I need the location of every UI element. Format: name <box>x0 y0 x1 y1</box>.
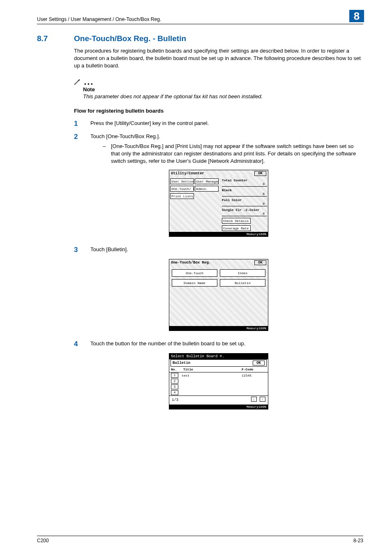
table-row[interactable]: 2 <box>169 378 268 384</box>
row-num[interactable]: 3 <box>171 384 178 389</box>
btn-check-details[interactable]: Check Details <box>222 218 251 224</box>
step-text: Touch [One-Touch/Box Reg.]. <box>90 133 363 140</box>
screen-title: Select Bulletin Board #. <box>169 354 268 359</box>
note-label: Note <box>83 86 363 92</box>
table-row[interactable]: 4 <box>169 390 268 395</box>
btn-one-touch[interactable]: One-Touch <box>172 269 217 277</box>
sub-title: Bulletin <box>173 361 190 365</box>
section-title: One-Touch/Box Reg. - Bulletin <box>74 34 186 43</box>
btn-admin[interactable]: Admin. <box>195 186 219 192</box>
memory-status: Memory100% <box>169 232 268 236</box>
row-fcode: 12345 <box>242 374 266 377</box>
arrow-up-icon[interactable]: ↑ <box>260 397 265 402</box>
step-number: 3 <box>70 246 90 254</box>
screen-title: Utility/Counter <box>171 171 204 176</box>
step-number: 4 <box>70 340 90 348</box>
arrow-down-icon[interactable]: ↓ <box>251 397 257 402</box>
page-indicator: 1/3 <box>172 398 178 402</box>
btn-domain-name[interactable]: Domain Name <box>172 279 217 287</box>
btn-coverage-rate[interactable]: Coverage Rate <box>222 225 251 231</box>
ok-button[interactable]: OK <box>253 361 265 365</box>
intro-paragraph: The procedures for registering bulletin … <box>74 47 363 70</box>
total-counter-label: Total Counter <box>222 178 267 182</box>
full-color-label: Full Color <box>222 198 267 202</box>
btn-index[interactable]: Index <box>220 269 265 277</box>
row-num[interactable]: 4 <box>171 390 178 395</box>
ok-button[interactable]: OK <box>254 171 266 176</box>
screen-utility-counter: Utility/Counter OK User Settings User Ma… <box>169 170 268 237</box>
section-number: 8.7 <box>37 34 74 43</box>
col-no: No. <box>171 368 183 371</box>
row-num[interactable]: 2 <box>171 379 178 384</box>
black-value: 0 <box>222 192 267 197</box>
table-row[interactable]: 3 <box>169 384 268 390</box>
screen-title: One-Touch/Box Reg. <box>171 261 211 265</box>
single-color-value: 0 <box>222 212 267 216</box>
memory-status: Memory100% <box>169 405 268 409</box>
btn-user-management[interactable]: User Management <box>195 178 219 184</box>
full-color-value: 0 <box>222 202 267 206</box>
chapter-badge: 8 <box>349 10 364 22</box>
btn-print-lists[interactable]: Print Lists <box>170 193 194 199</box>
col-title: Title <box>183 368 242 371</box>
note-icon: ... <box>74 76 363 87</box>
black-label: Black <box>222 188 267 192</box>
step-text: Touch the button for the number of the b… <box>90 340 363 348</box>
row-title: test <box>182 374 242 377</box>
btn-one-touch-box[interactable]: One-Touch/ Box Reg. <box>170 186 194 192</box>
total-counter-value: 0 <box>222 182 267 187</box>
step-sub-text: [One-Touch/Box Reg.] and [Print Lists] m… <box>111 143 363 165</box>
step-number: 1 <box>70 120 90 128</box>
note-text: This parameter does not appear if the op… <box>83 93 363 99</box>
ok-button[interactable]: OK <box>254 260 266 265</box>
btn-bulletin[interactable]: Bulletin <box>220 279 265 287</box>
step-text: Press the [Utility/Counter] key in the c… <box>90 120 363 128</box>
screen-one-touch-box: One-Touch/Box Reg. OK One-Touch Index Do… <box>169 259 268 331</box>
step-number: 2 <box>70 133 90 165</box>
footer-left: C200 <box>37 538 49 543</box>
step-text: Touch [Bulletin]. <box>90 246 363 254</box>
footer-right: 8-23 <box>353 538 363 543</box>
dash: – <box>103 143 111 165</box>
flow-title: Flow for registering bulletin boards <box>74 108 363 114</box>
btn-user-settings[interactable]: User Settings <box>170 178 194 184</box>
single-color-label: Single Clr -2-Color <box>222 208 267 212</box>
col-fcode: F-Code <box>242 368 266 371</box>
row-num[interactable]: 1 <box>171 373 178 378</box>
screen-select-bulletin: Select Bulletin Board #. Bulletin OK No.… <box>169 353 268 409</box>
breadcrumb: User Settings / User Management / One-To… <box>37 16 161 22</box>
memory-status: Memory100% <box>169 326 268 331</box>
table-row[interactable]: 1 test 12345 <box>169 372 268 378</box>
